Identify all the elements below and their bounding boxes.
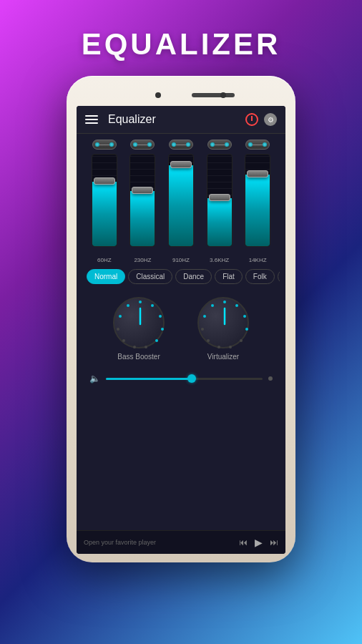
phone-screen: Equalizer ⚙ — [77, 106, 285, 554]
band-slider-4[interactable] — [203, 154, 236, 254]
band-slider-1[interactable] — [88, 154, 121, 254]
volume-track[interactable] — [106, 378, 263, 380]
play-button[interactable]: ▶ — [255, 537, 263, 548]
preset-flat[interactable]: Flat — [215, 269, 243, 284]
freq-labels: 60HZ 230HZ 910HZ 3.6KHZ 14KHZ — [82, 254, 280, 263]
preset-folk[interactable]: Folk — [245, 269, 275, 284]
svg-point-8 — [117, 328, 119, 331]
knobs-section: Bass Booster — [82, 290, 280, 368]
virtualizer-knob[interactable]: Virtualizer — [197, 297, 249, 361]
band-slider-5[interactable] — [241, 154, 274, 254]
phone-camera — [220, 92, 226, 98]
preset-classical[interactable]: Classical — [128, 269, 172, 284]
virtualizer-label: Virtualizer — [207, 353, 239, 361]
band-knob-2[interactable] — [130, 140, 155, 150]
bass-booster-knob[interactable]: Bass Booster — [113, 297, 165, 361]
freq-label-3: 910HZ — [165, 257, 197, 263]
volume-end-dot — [268, 376, 273, 381]
page-title: EQUALIZER — [82, 27, 281, 62]
svg-point-2 — [159, 315, 162, 318]
preset-tabs: Normal Classical Dance Flat Folk Hip — [82, 263, 280, 290]
freq-label-1: 60HZ — [88, 257, 121, 263]
band-knob-5[interactable] — [245, 140, 270, 150]
volume-section: 🔈 — [82, 368, 280, 389]
freq-label-2: 230HZ — [126, 257, 159, 263]
preset-dance[interactable]: Dance — [175, 269, 212, 284]
svg-point-10 — [127, 304, 129, 307]
band-knob-4[interactable] — [207, 140, 232, 150]
svg-point-13 — [235, 304, 238, 307]
freq-label-4: 3.6KHZ — [203, 257, 236, 263]
menu-button[interactable] — [85, 115, 98, 124]
player-controls: ⏮ ▶ ⏭ — [239, 537, 278, 548]
svg-point-15 — [245, 328, 248, 331]
settings-button[interactable]: ⚙ — [264, 113, 277, 126]
svg-point-19 — [207, 339, 210, 342]
svg-point-0 — [139, 301, 142, 303]
svg-point-9 — [119, 315, 122, 318]
svg-point-6 — [133, 346, 136, 348]
svg-point-17 — [229, 346, 232, 348]
svg-point-5 — [145, 346, 147, 348]
prev-button[interactable]: ⏮ — [239, 537, 248, 547]
app-title: Equalizer — [108, 113, 245, 126]
svg-point-16 — [240, 339, 243, 342]
svg-point-22 — [211, 304, 214, 307]
slider-knobs-row — [82, 140, 280, 150]
bass-booster-label: Bass Booster — [117, 353, 160, 361]
svg-point-14 — [243, 315, 246, 318]
svg-point-4 — [155, 339, 158, 342]
next-button[interactable]: ⏭ — [270, 537, 278, 547]
volume-icon: 🔈 — [89, 374, 100, 384]
svg-point-20 — [201, 328, 204, 331]
band-knob-3[interactable] — [169, 140, 193, 150]
preset-normal[interactable]: Normal — [87, 269, 125, 284]
power-button[interactable] — [245, 113, 258, 126]
svg-point-12 — [223, 301, 226, 303]
band-slider-3[interactable] — [165, 154, 197, 254]
svg-point-21 — [203, 315, 206, 318]
vertical-sliders — [82, 154, 280, 254]
svg-point-7 — [122, 339, 125, 342]
svg-point-3 — [161, 328, 164, 331]
player-text: Open your favorite player — [84, 539, 239, 546]
phone-speaker — [192, 93, 235, 97]
front-camera — [155, 92, 161, 98]
band-knob-1[interactable] — [92, 140, 117, 150]
preset-hip[interactable]: Hip — [278, 269, 280, 284]
phone-shell: Equalizer ⚙ — [67, 76, 295, 562]
svg-point-1 — [151, 304, 154, 307]
player-bar: Open your favorite player ⏮ ▶ ⏭ — [77, 530, 285, 554]
band-slider-2[interactable] — [126, 154, 159, 254]
freq-label-5: 14KHZ — [241, 257, 274, 263]
svg-point-18 — [217, 346, 220, 348]
eq-container: 60HZ 230HZ 910HZ 3.6KHZ 14KHZ Normal Cla… — [77, 134, 285, 530]
app-header: Equalizer ⚙ — [77, 106, 285, 134]
